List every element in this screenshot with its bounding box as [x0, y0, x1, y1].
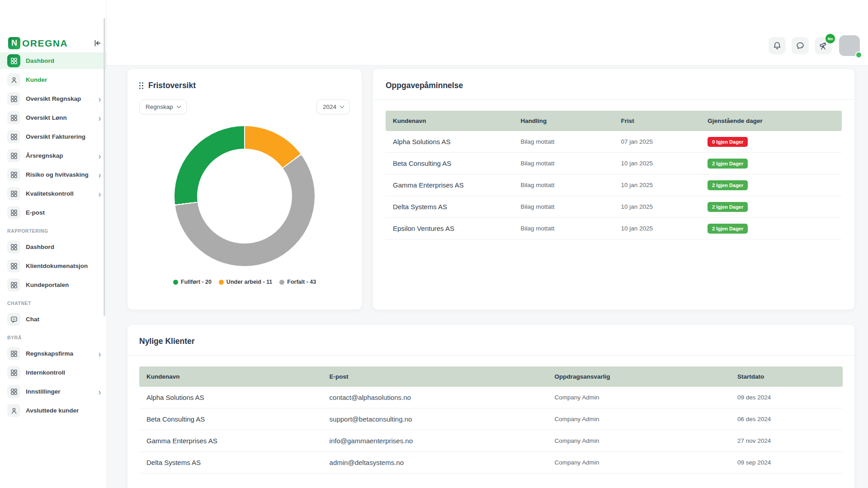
sidebar-item-e-post[interactable]: E-post: [0, 204, 106, 221]
cell-gjenstaende: 2 Igjen Dager: [700, 180, 842, 190]
grid-icon: [7, 130, 20, 143]
table-header-row: KundenavnE-postOppdragsansvarligStartdat…: [139, 366, 843, 387]
column-header: E-post: [322, 373, 547, 380]
legend-item: Fullført - 20: [173, 279, 212, 285]
sidebar-item-kvalitetskontroll[interactable]: Kvalitetskontroll›: [0, 185, 106, 202]
cell-frist: 10 jan 2025: [613, 182, 700, 188]
sidebar-scrollbar[interactable]: [104, 18, 105, 316]
chevron-right-icon: ›: [99, 349, 101, 358]
cell-handling: Bilag mottatt: [514, 203, 614, 210]
sidebar-item-regnskapsfirma[interactable]: Regnskapsfirma›: [0, 345, 106, 362]
sidebar-item-label: Oversikt Regnskap: [26, 95, 81, 102]
nylige-klienter-card: Nylige Klienter KundenavnE-postOppdragsa…: [127, 325, 854, 488]
table-header-row: KundenavnHandlingFristGjenstående dager: [386, 111, 842, 131]
brand-logo: N OREGNA: [8, 37, 68, 49]
sidebar-collapse-icon[interactable]: [93, 39, 102, 47]
fristoversikt-card: Fristoversikt Regnskap 2024 Fullført - 2…: [127, 69, 362, 310]
drag-handle-icon[interactable]: [139, 82, 144, 89]
sidebar-item-kundeportalen[interactable]: Kundeportalen: [0, 277, 106, 293]
bell-icon: [773, 41, 782, 50]
cell-gjenstaende: 2 Igjen Dager: [700, 202, 842, 212]
cell-frist: 10 jan 2025: [613, 225, 700, 232]
category-filter-dropdown[interactable]: Regnskap: [139, 99, 187, 114]
chevron-down-icon: [176, 104, 181, 108]
chevron-right-icon: ›: [99, 94, 101, 103]
grid-icon: [7, 259, 20, 272]
sidebar-item-oversikt-regnskap[interactable]: Oversikt Regnskap›: [0, 90, 106, 107]
sidebar-item-label: Internkontroll: [26, 369, 65, 376]
notifications-button[interactable]: [769, 37, 786, 54]
sidebar-item-label: Kundeportalen: [26, 282, 69, 288]
sidebar-item--rsregnskap[interactable]: Årsregnskap›: [0, 147, 106, 164]
cell-oppdragsansvarlig: Company Admin: [547, 394, 730, 401]
table-row[interactable]: Beta Consulting ASBilag mottatt10 jan 20…: [386, 153, 842, 174]
sidebar-item-label: Regnskapsfirma: [26, 350, 73, 357]
sidebar-item-innstillinger[interactable]: Innstillinger›: [0, 383, 106, 400]
topbar: No: [107, 0, 868, 65]
table-row[interactable]: Gamma Enterprises ASinfo@gammaenterprise…: [139, 430, 843, 452]
cell-startdato: 06 des 2024: [730, 416, 843, 422]
app-root: N OREGNA Dashbord Kunder Oversikt Regnsk…: [0, 0, 868, 488]
sidebar-item-chat[interactable]: Chat: [0, 311, 106, 328]
cell-gjenstaende: 0 Igjen Dager: [700, 137, 842, 147]
sidebar-item-klientdokumenatsjon[interactable]: Klientdokumenatsjon: [0, 258, 106, 274]
table-row[interactable]: Gamma Enterprises ASBilag mottatt10 jan …: [386, 174, 842, 196]
table-row[interactable]: Delta Systems ASBilag mottatt10 jan 2025…: [386, 196, 842, 218]
sidebar-item-dashbord[interactable]: Dashbord: [0, 52, 106, 69]
sidebar-item-label: Dashbord: [26, 244, 54, 250]
messages-button[interactable]: [792, 37, 809, 54]
topbar-actions: No: [763, 35, 860, 56]
cell-kundenavn: Gamma Enterprises AS: [386, 181, 514, 189]
cell-oppdragsansvarlig: Company Admin: [547, 416, 730, 422]
sidebar-item-label: Chat: [26, 316, 39, 323]
column-header: Kundenavn: [139, 373, 322, 380]
table-row[interactable]: Alpha Solutions ASBilag mottatt07 jan 20…: [386, 131, 842, 153]
nylige-title: Nylige Klienter: [139, 337, 843, 346]
table-row[interactable]: Epsilon Ventures ASBilag mottatt10 jan 2…: [386, 218, 842, 239]
table-row[interactable]: Alpha Solutions AScontact@alphasolutions…: [139, 387, 843, 408]
legend-item: Forfalt - 43: [279, 279, 316, 285]
oppgave-table: KundenavnHandlingFristGjenstående dagerA…: [386, 111, 842, 239]
table-row[interactable]: Beta Consulting ASsupport@betaconsulting…: [139, 408, 843, 430]
cell-frist: 10 jan 2025: [613, 203, 700, 210]
divider: [373, 99, 854, 100]
cell-handling: Bilag mottatt: [514, 182, 614, 188]
sidebar-menu: Dashbord Kunder Oversikt Regnskap› Overs…: [0, 52, 106, 488]
grid-icon: [7, 366, 20, 379]
sidebar-item-dashbord[interactable]: Dashbord: [0, 239, 106, 255]
cell-kundenavn: Delta Systems AS: [386, 203, 514, 211]
column-header: Frist: [613, 117, 700, 124]
sidebar-item-oversikt-fakturering[interactable]: Oversikt Fakturering: [0, 128, 106, 145]
chevron-right-icon: ›: [99, 387, 101, 396]
days-left-badge: 2 Igjen Dager: [708, 159, 748, 169]
sidebar-item-kunder[interactable]: Kunder: [0, 71, 106, 88]
frist-donut-chart[interactable]: [175, 126, 315, 266]
sidebar-item-risiko-og-hvitvasking[interactable]: Risiko og hvitvasking›: [0, 166, 106, 183]
cell-handling: Bilag mottatt: [514, 160, 614, 167]
cell-kundenavn: Beta Consulting AS: [386, 160, 514, 167]
brand-logo-n-icon: N: [8, 37, 20, 49]
oppgavepaminnelse-card: Oppgavepåminnelse KundenavnHandlingFrist…: [373, 69, 854, 310]
sidebar-item-avsluttede-kunder[interactable]: Avsluttede kunder: [0, 402, 106, 419]
cell-epost: info@gammaenterprises.no: [322, 437, 547, 445]
sidebar-item-label: Kvalitetskontroll: [26, 190, 74, 197]
sidebar-item-label: Oversikt Fakturering: [26, 133, 85, 140]
sidebar-item-internkontroll[interactable]: Internkontroll: [0, 364, 106, 381]
column-header: Handling: [514, 117, 614, 124]
year-filter-dropdown[interactable]: 2024: [316, 99, 350, 114]
sidebar-item-label: E-post: [26, 209, 45, 216]
cell-epost: support@betaconsulting.no: [322, 415, 547, 423]
divider: [127, 355, 855, 356]
cell-gjenstaende: 2 Igjen Dager: [700, 159, 842, 169]
table-row[interactable]: Delta Systems ASadmin@deltasystems.noCom…: [139, 452, 843, 474]
online-status-dot: [855, 52, 862, 58]
column-header: Startdato: [730, 373, 843, 380]
brand-logo-text: OREGNA: [22, 38, 68, 49]
grid-icon: [7, 149, 20, 162]
sidebar-item-oversikt-l-nn[interactable]: Oversikt Lønn›: [0, 109, 106, 126]
days-left-badge: 2 Igjen Dager: [708, 202, 748, 212]
grid-icon: [7, 206, 20, 219]
user-avatar[interactable]: [839, 35, 860, 56]
announcements-button[interactable]: No: [815, 37, 832, 54]
sidebar-item-label: Risiko og hvitvasking: [26, 171, 89, 178]
